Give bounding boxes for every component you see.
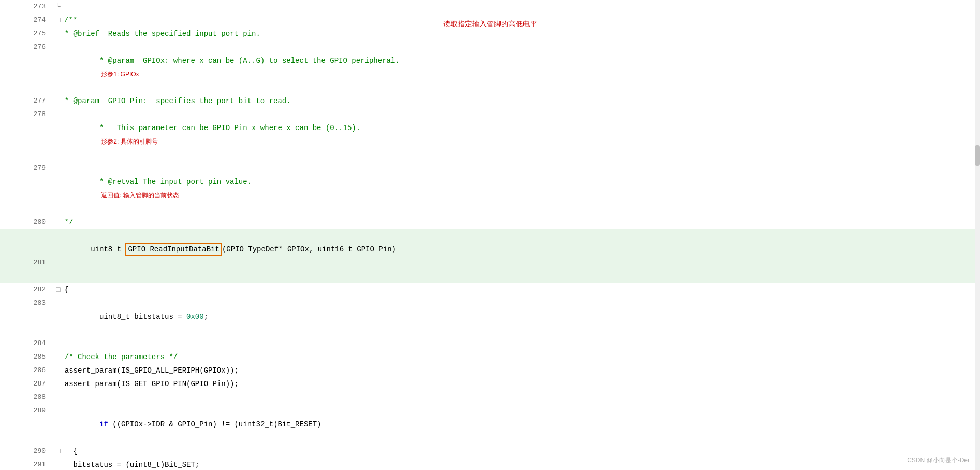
line-289: 289 if ((GPIOx->IDR & GPIO_Pin) != (uint… (0, 404, 980, 445)
highlight-function-name: GPIO_ReadInputDataBit (125, 243, 222, 256)
fold-icon-273[interactable]: └ (56, 0, 63, 13)
line-274: 274 □/** (0, 13, 980, 27)
fold-icon-274[interactable]: □ (56, 13, 63, 27)
line-280: 280 */ (0, 216, 980, 229)
line-278: 278 * This parameter can be GPIO_Pin_x w… (0, 108, 980, 162)
code-area[interactable]: 读取指定输入管脚的高低电平 273 └ 274 □/** 275 * @brie… (0, 0, 980, 470)
fold-icon-290[interactable]: □ (56, 445, 63, 458)
code-container: 读取指定输入管脚的高低电平 273 └ 274 □/** 275 * @brie… (0, 0, 980, 470)
watermark: CSDN @小向是个-Der (907, 456, 970, 465)
scrollbar-thumb[interactable] (975, 145, 980, 166)
line-279: 279 * @retval The input port pin value. … (0, 162, 980, 216)
line-291: 291 bitstatus = (uint8_t)Bit_SET; (0, 458, 980, 470)
line-284: 284 (0, 337, 980, 350)
line-283: 283 uint8_t bitstatus = 0x00; (0, 296, 980, 337)
line-285: 285 /* Check the parameters */ (0, 350, 980, 364)
line-281: ▶ 281 uint8_t GPIO_ReadInputDataBit(GPIO… (0, 229, 980, 283)
scrollbar[interactable] (975, 0, 980, 470)
line-290: 290 □ { (0, 445, 980, 458)
line-287: 287 assert_param(IS_GET_GPIO_PIN(GPIO_Pi… (0, 377, 980, 391)
line-276: 276 * @param GPIOx: where x can be (A..G… (0, 40, 980, 94)
line-275: 275 * @brief Reads the specified input p… (0, 27, 980, 40)
line-282: 282 □{ (0, 283, 980, 296)
line-286: 286 assert_param(IS_GPIO_ALL_PERIPH(GPIO… (0, 364, 980, 377)
fold-icon-282[interactable]: □ (56, 283, 63, 296)
line-288: 288 (0, 391, 980, 404)
line-273: 273 └ (0, 0, 980, 13)
line-277: 277 * @param GPIO_Pin: specifies the por… (0, 94, 980, 108)
